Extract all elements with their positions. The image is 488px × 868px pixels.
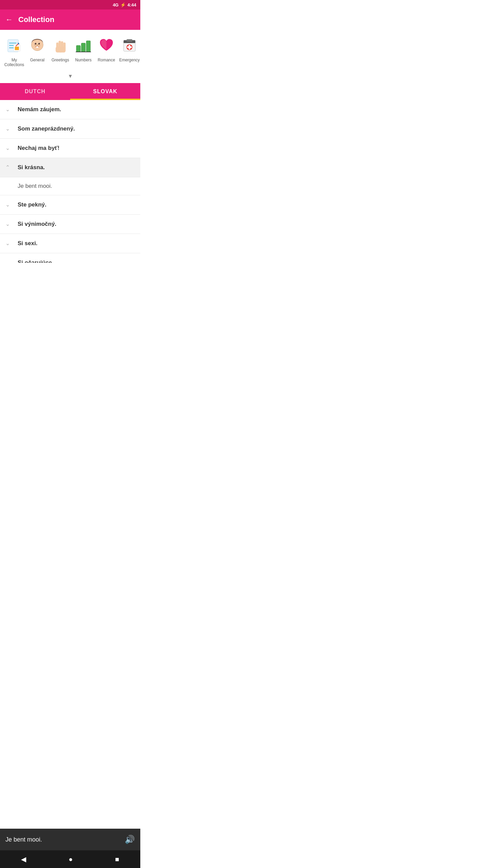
svg-rect-38 (127, 46, 132, 48)
svg-text:3: 3 (88, 37, 89, 40)
language-tabs: DUTCH SLOVAK (0, 83, 140, 100)
svg-point-13 (38, 43, 39, 43)
romance-icon (96, 35, 117, 56)
svg-point-18 (39, 45, 40, 46)
expand-categories[interactable]: ▾ (0, 70, 140, 83)
phrase-row-4[interactable]: ⌃ Si krásna. (0, 158, 140, 177)
numbers-icon: 2 1 3 (73, 35, 94, 56)
phrase-text-6: Si výnimočný. (18, 221, 56, 228)
expand-icon-8: ⌄ (5, 259, 12, 263)
svg-text:1: 1 (83, 40, 84, 43)
signal-indicator: 4G (113, 2, 119, 7)
status-icons: 4G ⚡ 4:44 (113, 2, 136, 7)
phrase-row-3[interactable]: ⌄ Nechaj ma byť! (0, 139, 140, 158)
translation-row-4: Je bent mooi. (0, 177, 140, 195)
phrase-list: ⌄ Nemám záujem. ⌄ Som zaneprázdnený. ⌄ N… (0, 100, 140, 263)
greetings-label: Greetings (52, 58, 69, 62)
category-emergency[interactable]: Emergency (118, 35, 140, 62)
category-romance[interactable]: Romance (95, 35, 118, 62)
expand-icon-5: ⌄ (5, 201, 12, 208)
page-title: Collection (18, 15, 54, 24)
phrase-text-7: Si sexi. (18, 240, 38, 247)
svg-rect-28 (86, 41, 90, 52)
categories-row: My Collections (0, 30, 140, 70)
chevron-down-icon: ▾ (69, 72, 72, 80)
romance-label: Romance (98, 58, 115, 62)
emergency-icon (119, 35, 140, 56)
expand-icon-4: ⌃ (5, 164, 12, 171)
phrase-text-4: Si krásna. (18, 164, 45, 171)
svg-point-19 (38, 46, 39, 46)
phrase-list-container[interactable]: ⌄ Nemám záujem. ⌄ Som zaneprázdnený. ⌄ N… (0, 100, 140, 263)
tab-dutch[interactable]: DUTCH (0, 83, 70, 100)
phrase-row-6[interactable]: ⌄ Si výnimočný. (0, 215, 140, 234)
phrase-text-8: Si očarujúce. (18, 259, 54, 263)
time-display: 4:44 (127, 2, 136, 7)
svg-rect-5 (15, 46, 19, 50)
svg-rect-15 (36, 46, 39, 47)
battery-icon: ⚡ (120, 2, 126, 7)
svg-rect-35 (126, 39, 132, 42)
svg-rect-26 (76, 45, 80, 52)
general-icon (27, 35, 47, 56)
tab-slovak[interactable]: SLOVAK (70, 83, 140, 100)
phrase-row-5[interactable]: ⌄ Ste pekný. (0, 195, 140, 215)
phrase-row-8[interactable]: ⌄ Si očarujúce. (0, 253, 140, 263)
translation-text-4: Je bent mooi. (18, 183, 52, 189)
phrase-row-2[interactable]: ⌄ Som zaneprázdnený. (0, 119, 140, 139)
svg-point-17 (36, 46, 36, 46)
phrase-text-1: Nemám záujem. (18, 106, 61, 113)
svg-text:2: 2 (78, 42, 79, 45)
numbers-label: Numbers (75, 58, 92, 62)
phrase-text-2: Som zaneprázdnený. (18, 125, 75, 132)
phrase-row-1[interactable]: ⌄ Nemám záujem. (0, 100, 140, 119)
category-numbers[interactable]: 2 1 3 Numbers (72, 35, 95, 62)
app-header: ← Collection (0, 9, 140, 30)
category-my-collections[interactable]: My Collections (3, 35, 26, 67)
phrase-row-7[interactable]: ⌄ Si sexi. (0, 234, 140, 253)
general-label: General (30, 58, 45, 62)
svg-point-16 (35, 45, 35, 46)
svg-point-12 (35, 43, 35, 43)
svg-rect-25 (56, 46, 65, 52)
back-button[interactable]: ← (5, 15, 13, 24)
status-bar: 4G ⚡ 4:44 (0, 0, 140, 9)
expand-icon-7: ⌄ (5, 240, 12, 246)
category-general[interactable]: General (26, 35, 49, 62)
emergency-label: Emergency (119, 58, 140, 62)
expand-icon-2: ⌄ (5, 125, 12, 132)
my-collections-icon (4, 35, 24, 56)
svg-point-14 (36, 44, 38, 45)
greetings-icon (50, 35, 70, 56)
expand-icon-6: ⌄ (5, 221, 12, 227)
svg-rect-27 (81, 43, 85, 52)
expand-icon-3: ⌄ (5, 145, 12, 151)
phrase-text-5: Ste pekný. (18, 201, 46, 208)
expand-icon-1: ⌄ (5, 106, 12, 113)
category-greetings[interactable]: Greetings (49, 35, 72, 62)
phrase-text-3: Nechaj ma byť! (18, 145, 59, 152)
my-collections-label: My Collections (3, 58, 26, 67)
